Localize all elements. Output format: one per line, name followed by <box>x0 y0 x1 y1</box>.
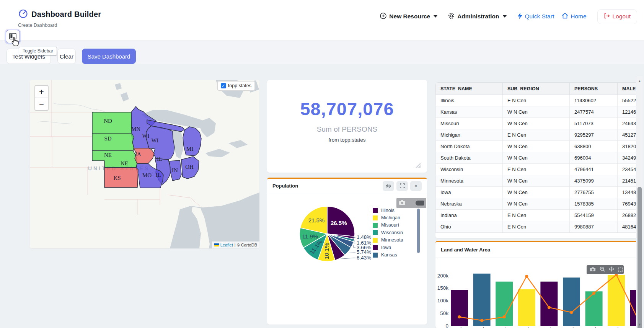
table-cell: E N Cen <box>503 95 570 106</box>
chevron-down-icon <box>503 15 507 18</box>
administration-menu[interactable]: Administration <box>448 13 506 21</box>
scroll-down-icon[interactable]: ▼ <box>636 321 643 328</box>
dashboard-builder-page: Dashboard Builder Create Dashboard New R… <box>0 0 644 328</box>
quick-start-link[interactable]: Quick Start <box>517 13 554 21</box>
widget-expand-button[interactable] <box>396 181 408 191</box>
table-cell: Iowa <box>436 187 503 198</box>
pan-tool-icon[interactable] <box>609 266 614 273</box>
new-resource-menu[interactable]: New Resource <box>380 13 437 21</box>
bar <box>473 274 491 326</box>
camera-icon[interactable] <box>590 266 596 273</box>
table-cell: South Dakota <box>436 152 503 164</box>
state-south-dakota[interactable] <box>92 133 134 151</box>
table-header-row: STATE_NAMESUB_REGIONPERSONSMALE <box>436 83 641 95</box>
line-marker <box>570 311 573 314</box>
home-link[interactable]: Home <box>562 13 586 20</box>
page-scrollbar[interactable]: ▲ ▼ <box>636 76 642 328</box>
legend-item[interactable]: Minnesota <box>373 237 403 244</box>
table-header-cell: PERSONS <box>570 83 618 95</box>
home-label: Home <box>571 13 586 20</box>
bar <box>585 291 603 326</box>
table-header-cell: STATE_NAME <box>436 83 503 95</box>
chevron-down-icon <box>434 15 437 18</box>
mouse-cursor-icon <box>11 37 19 49</box>
logout-label: Logout <box>613 13 631 20</box>
table-cell: Kansas <box>436 106 503 118</box>
map-state-label-il: IL <box>156 172 161 178</box>
bar <box>496 282 513 326</box>
y-axis-tick-label: 50k <box>440 310 448 316</box>
table-widget: STATE_NAMESUB_REGIONPERSONSMALE Illinois… <box>435 82 641 238</box>
leaflet-link[interactable]: Leaflet <box>220 243 233 247</box>
modebar-handle-icon[interactable] <box>416 201 424 206</box>
table-cell: 9980887 <box>570 221 618 233</box>
line-marker <box>480 319 483 322</box>
line-marker <box>548 306 551 309</box>
box-select-icon[interactable] <box>618 266 623 273</box>
line-marker <box>525 275 528 278</box>
camera-icon[interactable] <box>399 200 406 207</box>
resize-handle-icon[interactable] <box>414 162 421 170</box>
legend-swatch-icon <box>373 215 378 220</box>
legend-item[interactable]: Michigan <box>373 214 403 221</box>
state-kansas[interactable] <box>104 168 138 188</box>
legend-item[interactable]: Iowa <box>373 244 403 251</box>
layer-checkbox[interactable]: ✓ <box>221 83 226 88</box>
table-cell: E N Cen <box>503 129 570 141</box>
table-cell: 1578385 <box>570 198 618 210</box>
quick-start-label: Quick Start <box>525 13 554 20</box>
logout-button[interactable]: Logout <box>597 9 637 24</box>
scroll-up-icon[interactable]: ▲ <box>636 78 643 85</box>
map-state-label-ia: IA <box>135 151 141 157</box>
table-cell: W N Cen <box>503 152 570 164</box>
page-title: Dashboard Builder <box>31 10 101 19</box>
lightning-icon <box>517 13 523 21</box>
table-row: MichiganE N Cen92952974512781 <box>436 129 641 141</box>
pie-label: 5.74% <box>357 249 371 255</box>
save-dashboard-button[interactable]: Save Dashboard <box>82 49 136 64</box>
zoom-in-button[interactable]: + <box>35 86 48 98</box>
zoom-out-button[interactable]: − <box>35 98 48 110</box>
table-cell: Minnesota <box>436 175 503 187</box>
table-cell: North Dakota <box>436 141 503 152</box>
pie-label: 6.43% <box>357 255 371 261</box>
y-axis-tick-label: 200k <box>437 273 449 279</box>
clear-button[interactable]: Clear <box>57 49 76 64</box>
map-attribution: Leaflet | © CartoDB <box>212 242 259 248</box>
big-number-label: Sum of PERSONS <box>267 125 427 134</box>
table-cell: 5544159 <box>570 210 618 221</box>
home-icon <box>562 13 568 20</box>
layer-label: topp:states <box>228 83 251 88</box>
y-axis-tick-label: 150k <box>437 285 449 291</box>
table-cell: 2776755 <box>570 187 618 198</box>
map-layer-control: ✓ topp:states <box>217 81 255 91</box>
legend-item[interactable]: Kansas <box>373 251 403 258</box>
widget-title: Land and Water Area <box>441 247 490 253</box>
bar <box>518 289 535 326</box>
table-cell: 4375099 <box>570 175 618 187</box>
legend-scrollbar[interactable] <box>417 209 420 253</box>
table-cell: W N Cen <box>503 175 570 187</box>
pie-leader-line <box>353 245 355 248</box>
pie-legend: IllinoisMichiganMissouriWisconsinMinneso… <box>373 207 403 259</box>
table-row: IowaW N Cen27767551344802 <box>436 187 641 198</box>
widget-close-button[interactable]: × <box>410 181 422 191</box>
map-state-label-mo: MO <box>142 172 152 178</box>
table-row: OhioE N Cen99808874816445 <box>436 221 641 233</box>
attribution-text: | © CartoDB <box>235 243 257 247</box>
big-number-source: from topp:states <box>267 137 427 143</box>
states-table-body: IllinoisE N Cen114306025552233KansasW N … <box>436 95 641 233</box>
pie-label: 10.1% <box>323 243 330 259</box>
big-number-widget: 58,707,076 Sum of PERSONS from topp:stat… <box>267 80 427 173</box>
table-row: NebraskaW N Cen1578385769439 <box>436 198 641 210</box>
legend-label: Illinois <box>381 208 395 213</box>
gear-icon <box>448 13 455 21</box>
map-state-label-wi: WI <box>142 133 149 139</box>
scrollbar-thumb[interactable] <box>637 187 642 328</box>
legend-item[interactable]: Wisconsin <box>373 229 403 236</box>
leaflet-map[interactable]: UNITED STATES NDSDNENEKSIAMNWIWIMIILILIN… <box>30 80 259 248</box>
pie-label: 11.9% <box>302 233 318 240</box>
widget-settings-button[interactable] <box>383 181 394 191</box>
legend-item[interactable]: Missouri <box>373 222 403 229</box>
zoom-tool-icon[interactable] <box>600 266 605 273</box>
